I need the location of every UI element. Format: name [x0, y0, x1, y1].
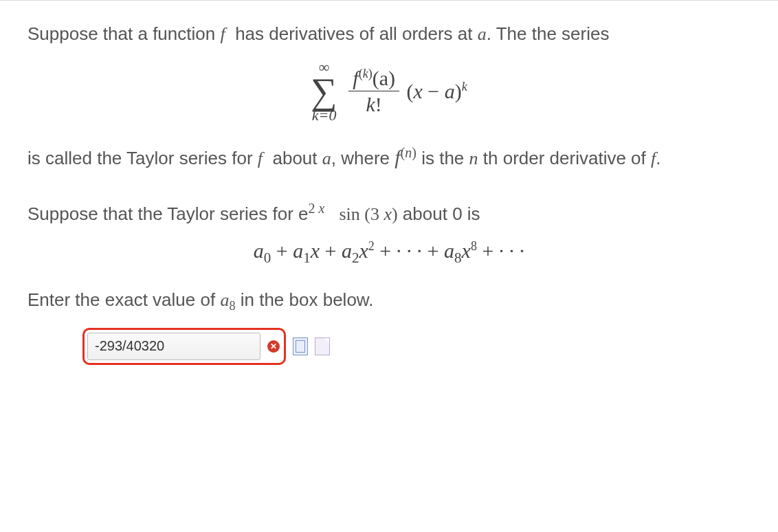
text: . [656, 148, 660, 168]
answer-row: ✕ [82, 328, 751, 365]
answer-box-wrong: ✕ [82, 328, 286, 365]
question-container: Suppose that a function f has derivative… [0, 0, 778, 392]
help-button[interactable] [315, 339, 330, 354]
sum-lower: k=0 [312, 108, 337, 123]
tail-term: (x − a)k [406, 80, 467, 102]
sigma-sum: ∞ ∑ k=0 [311, 60, 337, 124]
sin: sin [335, 203, 364, 223]
preview-button[interactable] [293, 339, 308, 354]
text: Enter the exact value of [27, 289, 220, 310]
sigma-symbol: ∑ [311, 75, 337, 109]
symbol-f: f [258, 148, 263, 168]
symbol-a: a [478, 24, 487, 44]
argument: (a) [373, 67, 395, 89]
text: about 0 is [398, 203, 480, 223]
answer-input[interactable] [87, 333, 260, 360]
fraction-bar [348, 91, 399, 91]
text: Suppose that a function [27, 23, 220, 44]
symbol-n: n [469, 148, 478, 168]
denominator: k! [362, 93, 386, 115]
taylor-formula: ∞ ∑ k=0 f(k)(a) k! (x − a)k [27, 60, 751, 124]
text: has derivatives of all orders at [230, 23, 478, 44]
close-icon: ✕ [267, 340, 280, 353]
text: is the [421, 148, 469, 168]
text: th order derivative of [478, 148, 651, 168]
intro-text: Suppose that a function f has derivative… [27, 21, 751, 47]
text: in the box below. [235, 289, 373, 310]
document-icon [315, 337, 330, 355]
symbol-f: f [220, 24, 225, 44]
symbol-a: a [220, 290, 229, 310]
text: about [267, 148, 322, 168]
symbol-f: f [353, 67, 358, 89]
clear-button[interactable]: ✕ [266, 339, 281, 354]
symbol-f: f [394, 146, 400, 168]
text: , where [331, 148, 395, 168]
preview-icon [293, 337, 308, 355]
definition-text: is called the Taylor series for f about … [27, 142, 751, 173]
text: Suppose that the Taylor series for e [27, 203, 309, 223]
symbol-a: a [322, 148, 331, 168]
text: . The the series [487, 23, 610, 44]
superscript-n: (n) [401, 146, 416, 161]
problem-text: Suppose that the Taylor series for e2 x … [27, 199, 751, 227]
fraction: f(k)(a) k! [348, 67, 399, 115]
series-formula: a0 + a1x + a2x2 + · · · + a8x8 + · · · [27, 239, 751, 267]
text: is called the Taylor series for [27, 148, 258, 168]
numerator: f(k)(a) [348, 67, 399, 89]
answer-prompt: Enter the exact value of a8 in the box b… [27, 287, 751, 315]
